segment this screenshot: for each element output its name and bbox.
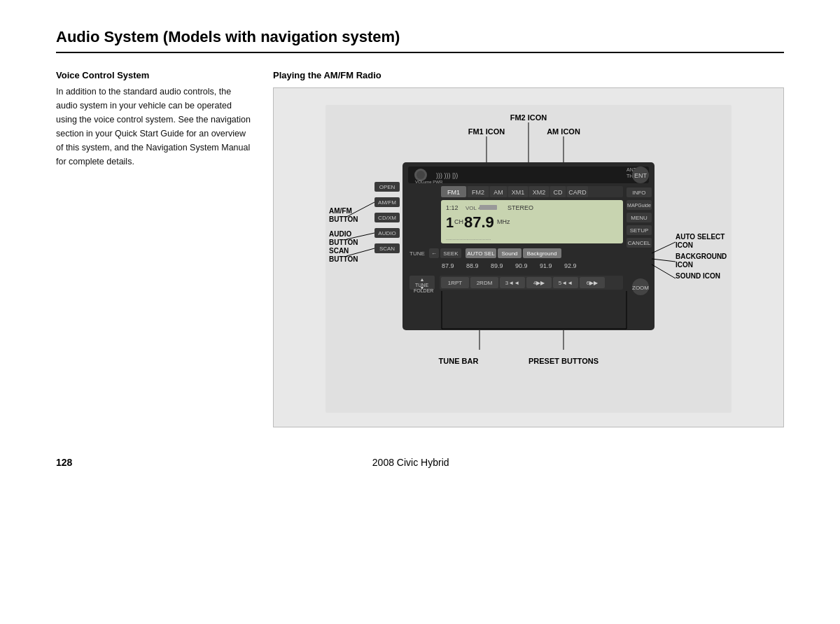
- page-title: Audio System (Models with navigation sys…: [56, 28, 784, 53]
- background-label: Background: [527, 250, 557, 257]
- seek-left-icon: ←: [431, 250, 437, 257]
- preset-2-label: 2RDM: [477, 280, 493, 286]
- vol-bar: [479, 205, 497, 210]
- am-icon-label: AM ICON: [547, 127, 580, 136]
- tab-fm1-label: FM1: [447, 189, 460, 196]
- auto-select-callout2: ICON: [676, 241, 693, 249]
- display-time: 1:12: [446, 204, 458, 211]
- scan-label: SCAN: [379, 246, 395, 252]
- sound-icon-callout: SOUND ICON: [676, 272, 720, 280]
- preset-buttons-label: PRESET BUTTONS: [528, 357, 598, 365]
- cancel-label: CANCEL: [628, 240, 651, 246]
- auto-sel-label: AUTO SEL: [467, 250, 495, 257]
- freq-87: 87.9: [442, 262, 454, 269]
- freq-88: 88.9: [466, 262, 479, 269]
- display-mhz: MHz: [497, 218, 510, 225]
- menu-label: MENU: [631, 215, 648, 221]
- tab-card-label: CARD: [568, 189, 587, 196]
- tab-xm1-label: XM1: [512, 189, 525, 196]
- background-callout2: ICON: [676, 261, 693, 269]
- fm2-icon-label: FM2 ICON: [510, 113, 547, 122]
- scan-button-callout: SCAN: [329, 247, 349, 255]
- freq-dots: .................................: [446, 236, 491, 241]
- tab-am-label: AM: [493, 189, 503, 196]
- page: Audio System (Models with navigation sys…: [0, 0, 840, 624]
- freq-91: 91.9: [540, 262, 552, 269]
- cdxm-label: CD/XM: [378, 215, 396, 221]
- left-column: Voice Control System In addition to the …: [56, 70, 252, 169]
- display-ch: CH: [454, 218, 463, 225]
- voice-control-heading: Voice Control System: [56, 70, 252, 80]
- auto-select-callout: AUTO SELECT: [676, 233, 724, 241]
- tune-up-icon: ▲: [420, 277, 425, 282]
- content-row: Voice Control System In addition to the …: [56, 70, 784, 427]
- vol-label: VOLume PWR: [415, 180, 443, 184]
- sound-bars-icon: ))) ))) |)): [436, 172, 458, 179]
- preset-5-label: 5◄◄: [559, 280, 573, 286]
- display-stereo: STEREO: [507, 204, 533, 211]
- open-label: OPEN: [379, 184, 396, 190]
- seek-label: SEEK: [443, 250, 458, 257]
- info-label: INFO: [632, 190, 645, 196]
- right-column: Playing the AM/FM Radio FM2 ICON FM1 ICO…: [273, 70, 784, 427]
- tab-fm2-label: FM2: [472, 189, 484, 196]
- map-label: MAPGuide: [627, 203, 651, 208]
- amfm-button-callout: AM/FM: [329, 207, 352, 215]
- audio-button-callout2: BUTTON: [329, 239, 358, 246]
- preset-6-label: 6▶▶: [587, 280, 598, 286]
- background-callout: BACKGROUND: [676, 253, 727, 260]
- radio-diagram: FM2 ICON FM1 ICON AM ICON: [326, 105, 732, 413]
- preset-3-label: 3◄◄: [505, 280, 519, 286]
- section-title: Playing the AM/FM Radio: [273, 70, 784, 80]
- scan-button-callout2: BUTTON: [329, 255, 358, 263]
- voice-control-body: In addition to the standard audio contro…: [56, 85, 252, 169]
- tune-label: TUNE: [410, 250, 425, 257]
- page-number: 128: [56, 457, 72, 468]
- amfm-button-callout2: BUTTON: [329, 215, 358, 223]
- tune-down-icon: ▼: [420, 285, 425, 290]
- audio-label: AUDIO: [378, 230, 396, 236]
- ent-label: ENT: [634, 172, 648, 179]
- footer-center: 2008 Civic Hybrid: [372, 457, 449, 468]
- preset-4-label: 4▶▶: [533, 280, 545, 286]
- tab-xm2-label: XM2: [533, 189, 546, 196]
- display-vol: VOL 4: [465, 205, 482, 211]
- sound-label: Sound: [501, 250, 517, 257]
- audio-button-callout: AUDIO: [329, 230, 351, 238]
- setup-label: SETUP: [630, 227, 649, 234]
- tab-cd-label: CD: [554, 189, 563, 196]
- display-freq-main: 1: [446, 215, 454, 230]
- footer: 128 2008 Civic Hybrid: [56, 450, 784, 468]
- volume-knob-inner: [416, 171, 425, 179]
- diagram-container: FM2 ICON FM1 ICON AM ICON: [273, 87, 784, 427]
- preset-1-label: 1RPT: [448, 280, 463, 286]
- display-freq-number: 87.9: [464, 213, 494, 231]
- tune-bar-label: TUNE BAR: [439, 357, 479, 365]
- zoom-label: ZOOM: [632, 285, 649, 291]
- freq-89: 89.9: [491, 262, 503, 269]
- freq-92: 92.9: [564, 262, 577, 269]
- freq-90: 90.9: [515, 262, 528, 269]
- fm1-icon-label: FM1 ICON: [468, 127, 505, 136]
- amfm-label: AM/FM: [378, 199, 396, 206]
